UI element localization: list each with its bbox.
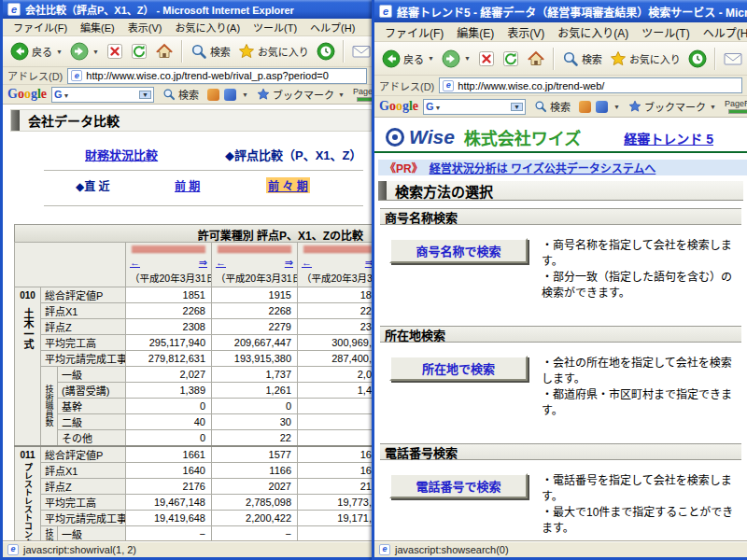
company-column-header: ←⇒ （平成20年3月31日） — [212, 243, 298, 287]
address-label: アドレス(D) — [379, 78, 434, 93]
back-dropdown-icon[interactable]: ▼ — [428, 55, 434, 62]
pr-link[interactable]: 経営状況分析は ワイズ公共データシステムへ — [430, 160, 656, 175]
status-page-icon: e — [379, 544, 390, 555]
period-previous-link[interactable]: 前 期 — [175, 177, 200, 193]
keishin-trend-link[interactable]: 経審トレンド 5 — [624, 129, 713, 147]
period-previous2-link[interactable]: 前 々 期 — [266, 177, 310, 193]
stop-button[interactable] — [103, 41, 127, 62]
address-input[interactable]: e http://www.wise.co.jp/trend-web/ — [439, 77, 742, 93]
pr-banner: 《PR》 経営状況分析は ワイズ公共データシステムへ — [378, 160, 747, 175]
favorites-button[interactable]: お気に入り — [606, 49, 684, 69]
table-row: (講習受講)1,3891,2611,4 — [15, 383, 373, 399]
pagerank-widget[interactable]: PageRank — [353, 88, 372, 102]
history-button[interactable] — [684, 48, 711, 70]
search-section-location: 所在地検索 所在地で検索 ・会社の所在地を指定して会社を検索します。 ・都道府県… — [380, 326, 741, 419]
google-search-button[interactable]: 検索 — [530, 97, 574, 116]
back-dropdown-icon[interactable]: ▼ — [56, 49, 63, 55]
history-button[interactable] — [313, 40, 339, 63]
address-label: アドレス(D) — [7, 68, 63, 83]
column-date: （平成20年3月31日） — [216, 269, 293, 285]
column-left-arrow-link[interactable]: ← — [130, 257, 140, 269]
redacted-company-name[interactable] — [132, 245, 205, 253]
menu-tools[interactable]: ツール(T) — [247, 19, 303, 35]
google-extra-icon[interactable] — [579, 101, 591, 113]
menu-help[interactable]: ヘルプ(H) — [303, 19, 361, 35]
table-row: 平均元請完成工事高279,812,631193,915,380287,400, — [15, 351, 373, 367]
address-url: http://www.wise.co.jp/trend-web/rival_p.… — [86, 70, 329, 81]
status-page-icon: e — [7, 544, 19, 555]
menu-favorites[interactable]: お気に入り(A) — [551, 23, 635, 41]
home-button[interactable] — [523, 48, 549, 70]
menu-edit[interactable]: 編集(E) — [74, 19, 121, 35]
table-row: 評点Z2176202721 — [15, 479, 373, 495]
google-options-dropdown-icon[interactable]: ▼ — [242, 91, 248, 98]
google-options-dropdown-icon[interactable]: ▼ — [613, 104, 620, 110]
column-left-arrow-link[interactable]: ← — [216, 257, 226, 269]
menu-file[interactable]: ファイル(F) — [378, 23, 450, 41]
menu-help[interactable]: ヘルプ(H) — [697, 23, 747, 41]
combo-dropdown-icon[interactable]: ▼ — [511, 103, 523, 111]
table-row: 技術職員数 一級 2,0271,7372,0 — [15, 367, 373, 383]
section-header: 所在地検索 — [380, 326, 741, 343]
stop-button[interactable] — [474, 49, 499, 69]
column-right-arrow-link[interactable]: ⇒ — [199, 257, 207, 269]
table-row: その他022 — [15, 430, 373, 447]
redacted-company-name[interactable] — [218, 245, 291, 253]
history-icon — [317, 42, 335, 61]
search-by-location-button[interactable]: 所在地で検索 — [389, 356, 528, 381]
search-by-name-button[interactable]: 商号名称で検索 — [389, 238, 528, 263]
column-left-arrow-link[interactable]: ← — [302, 257, 312, 269]
google-extra-icon[interactable] — [207, 89, 219, 101]
favorites-button[interactable]: お気に入り — [234, 41, 313, 62]
left-menubar: ファイル(F) 編集(E) 表示(V) お気に入り(A) ツール(T) ヘルプ(… — [3, 19, 372, 36]
google-bookmarks-button[interactable]: ブックマーク▼ — [625, 97, 720, 116]
left-titlebar[interactable]: e 会社比較（評点P、X1、Z） - Microsoft Internet Ex… — [3, 0, 372, 19]
forward-button[interactable]: ▼ — [66, 40, 103, 63]
column-date: （平成20年3月31日） — [130, 269, 207, 285]
google-extra-icon[interactable] — [596, 101, 608, 113]
menu-view[interactable]: 表示(V) — [500, 23, 551, 41]
search-by-phone-button[interactable]: 電話番号で検索 — [389, 473, 528, 498]
divider — [44, 205, 363, 206]
forward-button[interactable]: ▼ — [438, 48, 474, 70]
table-row: 基幹00 — [15, 399, 373, 414]
menu-favorites[interactable]: お気に入り(A) — [168, 19, 247, 35]
forward-dropdown-icon[interactable]: ▼ — [464, 55, 471, 62]
column-right-arrow-link[interactable]: ⇒ — [365, 257, 372, 269]
home-button[interactable] — [151, 40, 177, 63]
menu-edit[interactable]: 編集(E) — [450, 23, 500, 41]
right-titlebar[interactable]: e 経審トレンド5 - 経審データ（経営事項審査結果）検索サービス - Micr… — [374, 0, 747, 22]
menu-tools[interactable]: ツール(T) — [635, 23, 696, 41]
mail-icon — [724, 51, 742, 66]
industry-group-cell: 011プレストレストコンクリート — [15, 446, 41, 540]
google-extra-icon[interactable] — [224, 89, 236, 101]
header-block-decoration — [378, 181, 387, 200]
site-header: Wise 株式会社ワイズ 経審トレンド 5 — [374, 121, 747, 153]
ie-document-icon: e — [7, 3, 21, 16]
combo-dropdown-icon[interactable]: ▼ — [139, 91, 151, 99]
financial-comparison-link[interactable]: 財務状況比較 — [85, 146, 158, 163]
forward-dropdown-icon[interactable]: ▼ — [92, 49, 99, 55]
left-toolbar: 戻る▼ ▼ 検索 お気に入り ▼ — [3, 36, 372, 67]
star-icon — [610, 50, 627, 67]
back-button[interactable]: 戻る▼ — [378, 48, 438, 70]
right-browser-window: e 経審トレンド5 - 経審データ（経営事項審査結果）検索サービス - Micr… — [372, 0, 747, 560]
refresh-button[interactable] — [499, 49, 523, 69]
address-input[interactable]: e http://www.wise.co.jp/trend-web/rival_… — [67, 68, 367, 84]
mail-button[interactable]: ▼ — [720, 49, 747, 68]
google-bookmarks-button[interactable]: ブックマーク▼ — [253, 85, 348, 104]
back-button[interactable]: 戻る▼ — [7, 40, 66, 63]
mail-button[interactable]: ▼ — [348, 42, 372, 61]
redacted-company-name[interactable] — [303, 245, 372, 253]
column-right-arrow-link[interactable]: ⇒ — [285, 257, 293, 269]
google-search-input[interactable]: G▼▼ — [51, 87, 154, 103]
google-search-button[interactable]: 検索 — [159, 85, 203, 104]
search-button[interactable]: 検索 — [187, 41, 234, 62]
refresh-button[interactable] — [127, 41, 151, 62]
menu-file[interactable]: ファイル(F) — [7, 19, 74, 35]
pagerank-widget[interactable]: PageRank — [725, 100, 747, 114]
search-button[interactable]: 検索 — [558, 49, 606, 69]
menu-view[interactable]: 表示(V) — [121, 19, 169, 35]
google-search-input[interactable]: G▼▼ — [423, 99, 526, 115]
left-statusbar: e javascript:showrival(1, 2) — [3, 540, 372, 557]
